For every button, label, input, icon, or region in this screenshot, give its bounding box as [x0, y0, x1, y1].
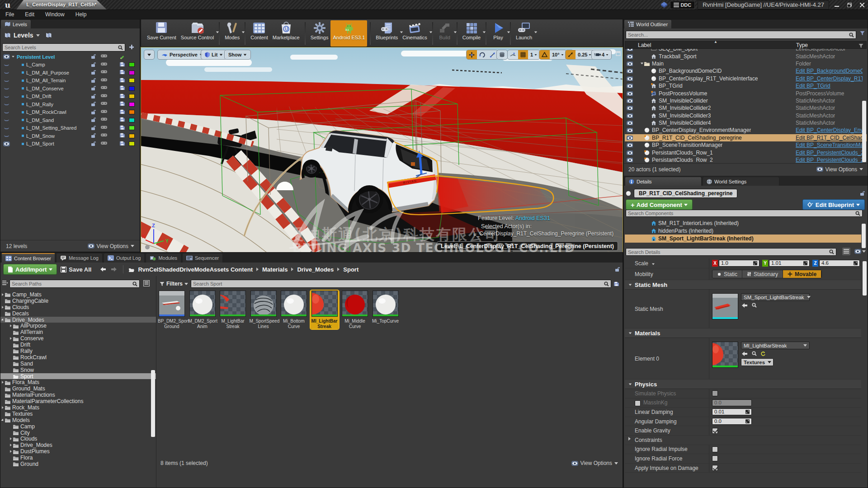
component-row[interactable]: hiddenParts (Inherited): [625, 227, 861, 235]
toolbar-android-es31-button[interactable]: 3.1 Android ES3.1: [330, 20, 367, 47]
property-checkbox[interactable]: [712, 455, 718, 461]
level-game-visibility-icon[interactable]: [101, 70, 107, 74]
toolbar-blueprints-button[interactable]: Blueprints: [373, 20, 400, 47]
menu-window[interactable]: Window: [40, 10, 70, 19]
folder-tree-row[interactable]: Sport: [0, 373, 156, 380]
folder-tree-row[interactable]: ChargingCable: [0, 298, 156, 304]
level-color-chip[interactable]: [129, 134, 135, 138]
save-search-icon[interactable]: [614, 282, 619, 286]
grid-snap-button[interactable]: [518, 50, 528, 60]
folder-tree-row[interactable]: Decals: [0, 310, 156, 317]
outliner-row[interactable]: + SEQ_DM_Sport LevelSequenceActor: [625, 49, 867, 52]
toolbar-compile-button[interactable]: Compile: [460, 20, 483, 47]
folder-tree-row[interactable]: Ground: [0, 461, 156, 467]
level-game-visibility-icon[interactable]: [101, 141, 107, 145]
property-number-input[interactable]: 0.01: [712, 408, 752, 415]
history-forward-button[interactable]: [110, 267, 118, 272]
level-row[interactable]: L_DM_Sport: [0, 140, 140, 148]
level-lock-icon[interactable]: [91, 101, 96, 107]
actor-visibility-toggle[interactable]: [627, 54, 633, 59]
level-document-tab[interactable]: L_CenterDisplay_R1T_CelSh*: [16, 0, 107, 9]
dropdown-caret-icon[interactable]: [507, 32, 510, 33]
scale-snap-button[interactable]: [566, 50, 576, 60]
actor-type[interactable]: PostProcessVolume: [796, 90, 844, 97]
level-game-visibility-icon[interactable]: [101, 117, 107, 121]
level-save-icon[interactable]: [120, 54, 125, 59]
level-game-visibility-icon[interactable]: [101, 125, 107, 129]
folder-tree-row[interactable]: Camp: [0, 423, 156, 430]
level-save-icon[interactable]: [120, 94, 125, 99]
outliner-row[interactable]: + Trackball_Sport StaticMeshActor: [625, 52, 867, 60]
toolbar-save-current-button[interactable]: Save Current: [145, 20, 179, 47]
viewport-show-button[interactable]: Show: [224, 50, 251, 60]
viewport-panel[interactable]: RIVIAN Z Y X Perspective Lit Show 1 10°: [141, 47, 623, 253]
actor-visibility-toggle[interactable]: [627, 150, 633, 155]
actor-visibility-toggle[interactable]: [627, 136, 633, 140]
components-scrollbar[interactable]: [862, 224, 866, 248]
tab-output-log[interactable]: Output Log: [104, 253, 145, 263]
outliner-row[interactable]: + SM_InvisibleCollider4 StaticMeshActor: [625, 119, 867, 127]
toolbar-marketplace-button[interactable]: U Marketplace: [270, 20, 302, 47]
outliner-row[interactable]: + BP_CenterDisplay_R1T_VehicleInterface …: [625, 75, 867, 82]
actor-type[interactable]: Edit BP_CenterDisplay_Env: [796, 127, 863, 133]
level-game-visibility-icon[interactable]: [101, 54, 107, 58]
viewport-lit-button[interactable]: Lit: [201, 50, 227, 60]
viewport-3d-scene[interactable]: RIVIAN Z Y X: [141, 47, 623, 253]
actor-type[interactable]: StaticMeshActor: [796, 120, 835, 126]
mobility-stationary-button[interactable]: Stationary: [742, 270, 783, 278]
tree-scrollbar[interactable]: [151, 370, 155, 437]
outliner-row[interactable]: + BP_BackgroundDomeCID Edit BP_Backgroun…: [625, 67, 867, 75]
actor-visibility-toggle[interactable]: [627, 143, 633, 147]
level-save-icon[interactable]: [120, 109, 125, 114]
level-lock-icon[interactable]: [91, 54, 96, 59]
folder-tree-row[interactable]: Rally: [0, 348, 156, 354]
level-visibility-toggle[interactable]: [3, 78, 11, 83]
folder-tree-row[interactable]: DustPlumes: [0, 448, 156, 455]
level-game-visibility-icon[interactable]: [101, 101, 107, 105]
add-level-icon[interactable]: [129, 44, 134, 50]
actor-visibility-toggle[interactable]: [627, 49, 633, 51]
override-checkbox[interactable]: [635, 400, 641, 406]
level-visibility-toggle[interactable]: [3, 110, 11, 115]
actor-visibility-toggle[interactable]: [627, 84, 633, 88]
browse-material-icon[interactable]: [752, 351, 757, 357]
level-save-icon[interactable]: [120, 125, 125, 130]
asset-tile[interactable]: Mi_BottomCurve: [280, 291, 308, 329]
dropdown-caret-icon[interactable]: [216, 32, 219, 33]
actor-visibility-toggle[interactable]: [627, 99, 633, 103]
static-mesh-combo[interactable]: SM_Sport_LightBarStreak: [741, 293, 810, 301]
menu-edit[interactable]: Edit: [19, 10, 40, 19]
level-visibility-toggle[interactable]: [3, 62, 11, 67]
level-row[interactable]: L_Camp: [0, 61, 140, 69]
folder-tree-row[interactable]: Rock_Mats: [0, 404, 156, 411]
actor-visibility-toggle[interactable]: [627, 158, 633, 162]
level-game-visibility-icon[interactable]: [101, 133, 107, 137]
folder-tree-row[interactable]: Camp_Mats: [0, 291, 156, 298]
grid-snap-value[interactable]: 1: [528, 50, 540, 60]
levels-view-options[interactable]: View Options: [88, 243, 134, 249]
level-save-icon[interactable]: [120, 101, 125, 106]
surface-snap-button[interactable]: [508, 50, 518, 60]
dropdown-caret-icon[interactable]: [534, 32, 537, 33]
folder-tree-row[interactable]: Flora: [0, 455, 156, 461]
level-lock-icon[interactable]: [91, 125, 96, 131]
minimize-button[interactable]: [832, 1, 842, 9]
rotation-snap-value[interactable]: 10°: [550, 50, 566, 60]
component-row[interactable]: SM_Sport_LightBarStreak (Inherited): [625, 235, 861, 242]
camera-speed-button[interactable]: 4: [592, 50, 611, 60]
level-visibility-toggle[interactable]: [3, 70, 11, 75]
actor-visibility-toggle[interactable]: [627, 76, 633, 81]
section-static-mesh[interactable]: Static Mesh: [625, 280, 861, 290]
levels-menu-caret[interactable]: [36, 34, 40, 37]
viewport-perspective-button[interactable]: Perspective: [157, 50, 207, 60]
folder-tree-row[interactable]: Drive_Modes: [0, 442, 156, 448]
add-component-button[interactable]: +Add Component: [626, 199, 693, 210]
level-lock-icon[interactable]: [91, 117, 96, 122]
dropdown-caret-icon[interactable]: [483, 32, 486, 33]
level-color-chip[interactable]: [129, 70, 135, 75]
search-paths-input[interactable]: Search Paths: [9, 280, 140, 288]
level-visibility-toggle[interactable]: [3, 54, 11, 59]
level-save-icon[interactable]: [120, 78, 125, 83]
coordinate-system-button[interactable]: [496, 50, 508, 60]
level-row[interactable]: L_DM_Setting_Shared: [0, 124, 140, 132]
